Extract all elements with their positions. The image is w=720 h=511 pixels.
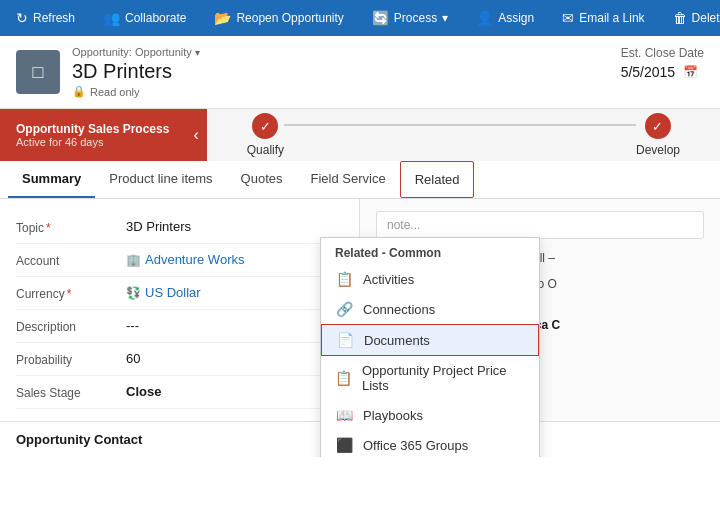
- label-currency: Currency*: [16, 285, 126, 301]
- collaborate-button[interactable]: 👥 Collaborate: [95, 6, 194, 30]
- playbooks-label: Playbooks: [363, 408, 423, 423]
- dropdown-item-price-lists[interactable]: 📋 Opportunity Project Price Lists: [321, 356, 539, 400]
- dropdown-item-documents[interactable]: 📄 Documents: [321, 324, 539, 356]
- process-label-box: Opportunity Sales Process Active for 46 …: [0, 109, 185, 161]
- refresh-button[interactable]: ↻ Refresh: [8, 6, 83, 30]
- account-name: Adventure Works: [145, 252, 244, 267]
- step-label-develop: Develop: [636, 143, 680, 157]
- label-description: Description: [16, 318, 126, 334]
- related-dropdown-menu: Related - Common 📋 Activities 🔗 Connecti…: [320, 237, 540, 457]
- assign-icon: 👤: [476, 10, 493, 26]
- connections-label: Connections: [363, 302, 435, 317]
- form-row-sales-stage: Sales Stage Close: [16, 376, 343, 409]
- process-collapse-button[interactable]: ‹: [185, 109, 206, 161]
- office365-icon: ⬛: [335, 437, 353, 453]
- documents-label: Documents: [364, 333, 430, 348]
- documents-icon: 📄: [336, 332, 354, 348]
- reopen-button[interactable]: 📂 Reopen Opportunity: [206, 6, 351, 30]
- note-input[interactable]: note...: [376, 211, 704, 239]
- value-account[interactable]: 🏢 Adventure Works: [126, 252, 244, 267]
- label-topic: Topic*: [16, 219, 126, 235]
- value-probability: 60: [126, 351, 140, 366]
- activities-label: Activities: [363, 272, 414, 287]
- currency-link-icon: 💱: [126, 286, 141, 300]
- main-content: Topic* 3D Printers Account 🏢 Adventure W…: [0, 199, 720, 421]
- step-circle-develop: ✓: [645, 113, 671, 139]
- step-line-1: [284, 124, 636, 126]
- dropdown-item-office365[interactable]: ⬛ Office 365 Groups: [321, 430, 539, 457]
- tab-product-line-items[interactable]: Product line items: [95, 161, 226, 198]
- form-row-currency: Currency* 💱 US Dollar: [16, 277, 343, 310]
- process-title: Opportunity Sales Process: [16, 122, 169, 136]
- lock-icon: 🔒: [72, 85, 86, 98]
- value-description: ---: [126, 318, 139, 333]
- office365-label: Office 365 Groups: [363, 438, 468, 453]
- refresh-icon: ↻: [16, 10, 28, 26]
- required-indicator: *: [46, 221, 51, 235]
- close-date-value: 5/5/2015: [621, 64, 676, 80]
- tab-summary[interactable]: Summary: [8, 161, 95, 198]
- process-step-qualify[interactable]: ✓ Qualify: [247, 113, 284, 157]
- dropdown-item-connections[interactable]: 🔗 Connections: [321, 294, 539, 324]
- email-link-button[interactable]: ✉ Email a Link: [554, 6, 652, 30]
- dropdown-item-activities[interactable]: 📋 Activities: [321, 264, 539, 294]
- toolbar: ↻ Refresh 👥 Collaborate 📂 Reopen Opportu…: [0, 0, 720, 36]
- collaborate-icon: 👥: [103, 10, 120, 26]
- close-date-section: Est. Close Date 5/5/2015 📅: [621, 46, 704, 80]
- record-header: □ Opportunity: Opportunity ▾ 3D Printers…: [0, 36, 720, 109]
- delete-icon: 🗑: [673, 10, 687, 26]
- form-section: Topic* 3D Printers Account 🏢 Adventure W…: [0, 199, 360, 421]
- form-row-description: Description ---: [16, 310, 343, 343]
- process-subtitle: Active for 46 days: [16, 136, 169, 148]
- tab-quotes[interactable]: Quotes: [227, 161, 297, 198]
- label-account: Account: [16, 252, 126, 268]
- tab-field-service[interactable]: Field Service: [297, 161, 400, 198]
- process-steps: ✓ Qualify ✓ Develop: [207, 109, 720, 161]
- price-lists-label: Opportunity Project Price Lists: [362, 363, 525, 393]
- price-lists-icon: 📋: [335, 370, 352, 386]
- playbooks-icon: 📖: [335, 407, 353, 423]
- step-label-qualify: Qualify: [247, 143, 284, 157]
- header-left: □ Opportunity: Opportunity ▾ 3D Printers…: [16, 46, 200, 98]
- value-topic: 3D Printers: [126, 219, 191, 234]
- delete-button[interactable]: 🗑 Delete: [665, 6, 720, 30]
- process-icon: 🔄: [372, 10, 389, 26]
- label-sales-stage: Sales Stage: [16, 384, 126, 400]
- entity-icon: □: [16, 50, 60, 94]
- breadcrumb: Opportunity: Opportunity ▾: [72, 46, 200, 58]
- dropdown-header-common: Related - Common: [321, 238, 539, 264]
- step-circle-qualify: ✓: [252, 113, 278, 139]
- required-indicator-2: *: [67, 287, 72, 301]
- entity-icon-glyph: □: [33, 62, 44, 83]
- dropdown-item-playbooks[interactable]: 📖 Playbooks: [321, 400, 539, 430]
- account-link-icon: 🏢: [126, 253, 141, 267]
- entity-info: Opportunity: Opportunity ▾ 3D Printers 🔒…: [72, 46, 200, 98]
- process-step-develop[interactable]: ✓ Develop: [636, 113, 680, 157]
- assign-button[interactable]: 👤 Assign: [468, 6, 542, 30]
- label-probability: Probability: [16, 351, 126, 367]
- tab-bar: Summary Product line items Quotes Field …: [0, 161, 720, 199]
- tab-related[interactable]: Related: [400, 161, 475, 198]
- breadcrumb-chevron-icon: ▾: [195, 47, 200, 58]
- form-row-probability: Probability 60: [16, 343, 343, 376]
- process-button[interactable]: 🔄 Process ▾: [364, 6, 456, 30]
- process-chevron-icon: ▾: [442, 11, 448, 25]
- email-icon: ✉: [562, 10, 574, 26]
- sales-process-bar: Opportunity Sales Process Active for 46 …: [0, 109, 720, 161]
- currency-name: US Dollar: [145, 285, 201, 300]
- readonly-badge: 🔒 Read only: [72, 85, 200, 98]
- form-row-topic: Topic* 3D Printers: [16, 211, 343, 244]
- calendar-icon[interactable]: 📅: [683, 65, 698, 79]
- value-currency[interactable]: 💱 US Dollar: [126, 285, 201, 300]
- connections-icon: 🔗: [335, 301, 353, 317]
- record-title: 3D Printers: [72, 60, 200, 83]
- value-sales-stage: Close: [126, 384, 161, 399]
- activities-icon: 📋: [335, 271, 353, 287]
- reopen-icon: 📂: [214, 10, 231, 26]
- form-row-account: Account 🏢 Adventure Works: [16, 244, 343, 277]
